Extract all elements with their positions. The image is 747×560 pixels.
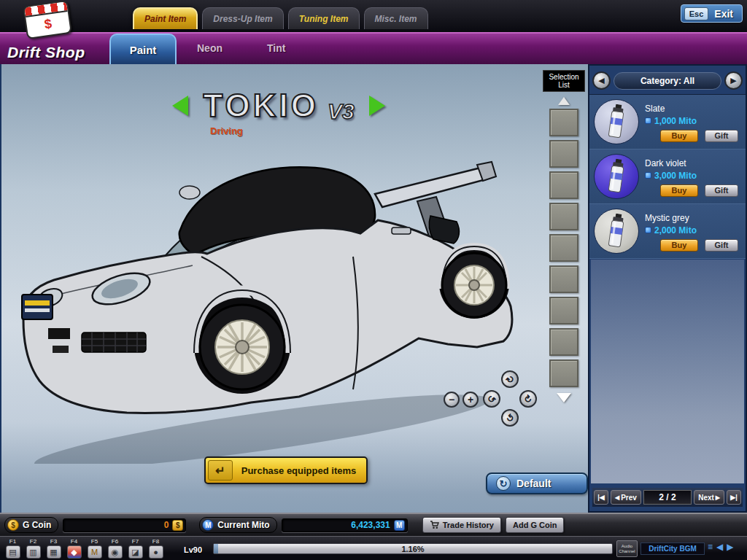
mito-coin-icon: M <box>202 519 214 531</box>
tab-tuning-item[interactable]: Tuning Item <box>288 7 360 29</box>
fkey-slot: F5 M <box>86 538 103 559</box>
rotate-right-button[interactable]: ↻ <box>516 386 541 411</box>
sidebar-empty-area <box>591 260 744 483</box>
category-prev-button[interactable]: ◀ <box>592 71 611 90</box>
selection-scroll-up-button[interactable] <box>558 97 570 105</box>
fkey-f3-icon[interactable]: ▦ <box>47 545 61 559</box>
paint-swatch[interactable] <box>594 209 639 254</box>
selection-slot[interactable] <box>549 328 578 356</box>
buy-button[interactable]: Buy <box>660 130 698 142</box>
first-page-button[interactable]: |◀ <box>594 490 608 505</box>
fkey-slot: F2 ▥ <box>25 538 42 559</box>
exit-button[interactable]: Esc Exit <box>681 4 743 23</box>
mito-currency-icon <box>645 172 651 179</box>
exit-label: Exit <box>714 8 733 20</box>
selection-slot[interactable] <box>549 171 578 199</box>
default-button[interactable]: ↻ Default <box>486 472 588 494</box>
gcoin-label-capsule: $ G Coin <box>4 517 58 533</box>
gcoin-icon: $ <box>7 519 19 531</box>
main-area: TOKIO V3 Driving <box>0 64 747 513</box>
next-car-arrow-button[interactable] <box>369 96 385 116</box>
gift-button[interactable]: Gift <box>705 184 738 197</box>
selection-list-panel: Selection List <box>543 70 585 402</box>
subtab-tint[interactable]: Tint <box>267 42 285 54</box>
paint-swatch[interactable] <box>594 99 639 144</box>
selection-scroll-down-button[interactable] <box>557 393 571 402</box>
fkey-f1-icon[interactable]: ▤ <box>6 545 20 559</box>
fkey-slot: F7 ◪ <box>127 538 144 559</box>
tab-misc-item[interactable]: Misc. Item <box>364 7 428 29</box>
cart-icon <box>430 521 439 529</box>
item-price: 3,000 Mito <box>654 171 697 181</box>
next-page-button[interactable]: Next ▶ <box>694 490 724 505</box>
car-preview-area: TOKIO V3 Driving <box>0 64 588 513</box>
selection-slot[interactable] <box>549 109 578 136</box>
zoom-in-button[interactable]: + <box>462 392 479 408</box>
car-trim: V3 <box>328 99 355 124</box>
rotate-left-button[interactable]: ↺ <box>479 386 504 411</box>
selection-slot[interactable] <box>549 234 578 262</box>
mito-badge-icon: M <box>394 520 405 531</box>
selection-slot[interactable] <box>549 359 578 387</box>
category-label[interactable]: Category: All <box>614 72 721 90</box>
selection-slot[interactable] <box>549 265 578 293</box>
last-page-button[interactable]: ▶| <box>727 490 741 505</box>
bgm-next-icon[interactable]: ▶ <box>727 542 733 552</box>
selection-slot[interactable] <box>549 203 578 230</box>
reset-icon: ↻ <box>496 476 511 491</box>
selection-list-header: Selection List <box>543 70 585 92</box>
spray-can-icon <box>606 213 627 250</box>
fkey-f8-icon[interactable]: ● <box>149 545 163 559</box>
fkey-f4-icon[interactable]: ◆ <box>67 545 82 559</box>
buy-button[interactable]: Buy <box>660 184 698 197</box>
prev-page-button[interactable]: ◀ Prev <box>611 490 641 505</box>
taskbar: F1 ▤ F2 ▥ F3 ▦ F4 ◆ F5 M F6 ◉ <box>0 536 747 560</box>
trade-history-button[interactable]: Trade History <box>422 517 501 533</box>
list-item: Slate 1,000 Mito Buy Gift <box>589 95 746 149</box>
fkey-f7-icon[interactable]: ◪ <box>128 545 143 559</box>
tab-paint-item[interactable]: Paint Item <box>133 7 198 29</box>
selection-slot[interactable] <box>549 297 578 324</box>
item-info: Mystic grey 2,000 Mito Buy Gift <box>645 211 741 252</box>
bgm-track-label: DriftCity BGM <box>640 542 705 555</box>
item-buttons: Buy Gift <box>645 239 741 252</box>
playlist-icon[interactable]: ≡ <box>708 542 713 552</box>
gift-button[interactable]: Gift <box>705 130 738 142</box>
subtab-neon[interactable]: Neon <box>197 42 222 54</box>
item-shop-sidebar: ◀ Category: All ▶ <box>588 64 747 513</box>
paint-swatch[interactable] <box>594 154 639 199</box>
fkey-slot: F3 ▦ <box>45 538 62 559</box>
buy-button[interactable]: Buy <box>660 239 698 252</box>
enter-key-icon: ↵ <box>208 460 233 481</box>
purchase-equipped-button[interactable]: ↵ Purchase equipped items <box>204 456 368 484</box>
purchase-label: Purchase equipped items <box>236 465 366 476</box>
rotate-down-button[interactable]: ↺ <box>498 405 522 430</box>
car-state-label: Driving <box>210 125 243 136</box>
category-next-button[interactable]: ▶ <box>724 71 743 90</box>
audio-channel-button[interactable]: Audio Channel <box>616 540 638 557</box>
gift-button[interactable]: Gift <box>705 239 738 252</box>
fkey-f5-icon[interactable]: M <box>88 545 102 559</box>
fkey-f2-icon[interactable]: ▥ <box>26 545 41 559</box>
tab-dressup-item[interactable]: Dress-Up Item <box>202 7 283 29</box>
selection-slot[interactable] <box>549 140 578 168</box>
bgm-prev-icon[interactable]: ◀ <box>716 542 723 552</box>
zoom-out-button[interactable]: − <box>444 392 460 408</box>
mito-label-capsule: M Current Mito <box>199 517 276 533</box>
selection-slots <box>543 109 585 387</box>
prev-car-arrow-button[interactable] <box>172 96 188 116</box>
fkey-slot: F6 ◉ <box>107 538 123 559</box>
rotate-up-button[interactable]: ↻ <box>498 367 522 392</box>
subtab-paint[interactable]: Paint <box>109 34 177 64</box>
gcoin-badge-icon: $ <box>172 520 183 531</box>
add-gcoin-button[interactable]: Add G Coin <box>506 517 565 533</box>
page-indicator: 2 / 2 <box>643 490 692 505</box>
item-info: Slate 1,000 Mito Buy Gift <box>645 102 741 142</box>
item-buttons: Buy Gift <box>645 184 741 197</box>
mito-value-box: 6,423,331 M <box>282 518 408 532</box>
prev-arrow-icon: ◀ <box>615 494 619 501</box>
item-price-row: 1,000 Mito <box>645 116 741 126</box>
fkey-shortcuts: F1 ▤ F2 ▥ F3 ▦ F4 ◆ F5 M F6 ◉ <box>4 538 164 559</box>
fkey-f6-icon[interactable]: ◉ <box>108 545 123 559</box>
item-price-row: 3,000 Mito <box>645 171 741 181</box>
